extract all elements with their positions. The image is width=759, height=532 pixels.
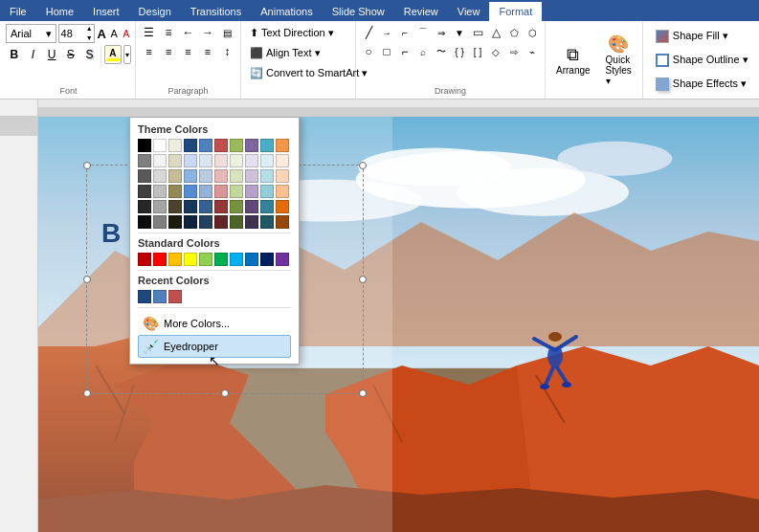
tab-review[interactable]: Review [394, 2, 448, 21]
shape-rect2[interactable]: □ [378, 43, 395, 60]
color-swatch-2-8[interactable] [260, 169, 274, 183]
color-swatch-0-1[interactable] [153, 139, 167, 152]
recent-color-swatch-0[interactable] [138, 290, 151, 303]
handle-tl[interactable] [83, 162, 91, 169]
decrease-font-button[interactable]: A [109, 24, 120, 43]
color-swatch-1-3[interactable] [184, 154, 197, 167]
color-swatch-1-9[interactable] [276, 154, 289, 167]
font-color-button[interactable]: A [104, 45, 122, 64]
increase-font-button[interactable]: A [97, 24, 107, 43]
color-swatch-4-3[interactable] [184, 200, 197, 213]
tab-design[interactable]: Design [129, 2, 181, 21]
recent-color-swatch-1[interactable] [153, 290, 167, 303]
color-swatch-5-6[interactable] [230, 215, 243, 229]
color-swatch-3-6[interactable] [230, 185, 243, 198]
color-swatch-4-7[interactable] [245, 200, 258, 213]
color-swatch-1-4[interactable] [199, 154, 212, 167]
color-swatch-0-8[interactable] [260, 139, 274, 152]
color-swatch-3-4[interactable] [199, 185, 212, 198]
strikethrough-button[interactable]: S [62, 45, 79, 64]
handle-br[interactable] [359, 389, 367, 397]
std-color-swatch-2[interactable] [168, 253, 182, 266]
shape-bracket[interactable]: [ ] [469, 43, 486, 60]
color-swatch-3-9[interactable] [276, 185, 289, 198]
color-swatch-3-2[interactable] [168, 185, 182, 198]
tab-file[interactable]: File [0, 2, 36, 21]
color-swatch-4-9[interactable] [276, 200, 289, 213]
shape-more-arrows[interactable]: ⇒ [433, 24, 450, 41]
color-swatch-1-2[interactable] [168, 154, 182, 167]
shape-ribbon[interactable]: ⌁ [524, 43, 541, 60]
color-swatch-4-1[interactable] [153, 200, 167, 213]
clear-format-button[interactable]: A [121, 24, 131, 43]
color-swatch-2-4[interactable] [199, 169, 212, 183]
std-color-swatch-3[interactable] [184, 253, 197, 266]
color-swatch-3-5[interactable] [214, 185, 228, 198]
font-name-dropdown[interactable]: Arial ▾ [6, 24, 56, 43]
color-swatch-2-7[interactable] [245, 169, 258, 183]
quick-styles-button[interactable]: 🎨 Quick Styles ▾ [599, 29, 638, 91]
color-swatch-5-5[interactable] [214, 215, 228, 229]
color-swatch-5-4[interactable] [199, 215, 212, 229]
color-swatch-1-7[interactable] [245, 154, 258, 167]
color-swatch-4-2[interactable] [168, 200, 182, 213]
bullets-button[interactable]: ☰ [140, 24, 158, 41]
color-swatch-5-0[interactable] [138, 215, 151, 229]
font-name-arrow[interactable]: ▾ [46, 28, 52, 40]
shape-elbow[interactable]: ⌐ [396, 24, 413, 41]
shape-arrow-connector[interactable]: → [378, 24, 395, 41]
color-swatch-5-2[interactable] [168, 215, 182, 229]
convert-smartart-button[interactable]: 🔄 Convert to SmartArt ▾ [245, 64, 351, 82]
color-swatch-3-7[interactable] [245, 185, 258, 198]
align-right-button[interactable]: ≡ [179, 43, 197, 60]
std-color-swatch-6[interactable] [230, 253, 243, 266]
line-spacing-button[interactable]: ↕ [218, 43, 236, 60]
align-text-button[interactable]: ⬛ Align Text ▾ [245, 44, 351, 62]
handle-mr[interactable] [359, 276, 367, 283]
color-swatch-0-6[interactable] [230, 139, 243, 152]
color-swatch-1-0[interactable] [138, 154, 151, 167]
color-swatch-4-4[interactable] [199, 200, 212, 213]
more-colors-item[interactable]: 🎨 More Colors... [138, 312, 291, 335]
underline-button[interactable]: U [43, 45, 60, 64]
color-swatch-4-6[interactable] [230, 200, 243, 213]
text-direction-button[interactable]: ⬆ Text Direction ▾ [245, 24, 351, 42]
color-swatch-0-7[interactable] [245, 139, 258, 152]
tab-slideshow[interactable]: Slide Show [323, 2, 394, 21]
tab-view[interactable]: View [448, 2, 490, 21]
color-swatch-3-3[interactable] [184, 185, 197, 198]
color-swatch-1-1[interactable] [153, 154, 167, 167]
color-swatch-2-1[interactable] [153, 169, 167, 183]
tab-transitions[interactable]: Transitions [181, 2, 251, 21]
font-color-dropdown[interactable]: ▾ [123, 45, 131, 64]
color-swatch-4-0[interactable] [138, 200, 151, 213]
color-swatch-4-5[interactable] [214, 200, 228, 213]
color-swatch-3-8[interactable] [260, 185, 274, 198]
color-swatch-2-2[interactable] [168, 169, 182, 183]
increase-indent-button[interactable]: → [198, 24, 216, 41]
tab-home[interactable]: Home [36, 2, 83, 21]
color-swatch-1-5[interactable] [214, 154, 228, 167]
std-color-swatch-7[interactable] [245, 253, 258, 266]
handle-tr[interactable] [359, 162, 367, 169]
color-swatch-5-8[interactable] [260, 215, 274, 229]
tab-insert[interactable]: Insert [83, 2, 129, 21]
color-swatch-2-3[interactable] [184, 169, 197, 183]
color-swatch-2-9[interactable] [276, 169, 289, 183]
tab-format[interactable]: Format [489, 2, 542, 21]
align-center-button[interactable]: ≡ [159, 43, 177, 60]
shape-corner[interactable]: ⌐ [396, 43, 413, 60]
handle-bm[interactable] [221, 389, 229, 397]
shape-effects-button[interactable]: Shape Effects ▾ [651, 75, 753, 94]
color-swatch-2-5[interactable] [214, 169, 228, 183]
std-color-swatch-0[interactable] [138, 253, 151, 266]
shadow-button[interactable]: S [81, 45, 99, 64]
eyedropper-item[interactable]: 💉 Eyedropper ↖ [138, 335, 291, 358]
color-swatch-0-3[interactable] [184, 139, 197, 152]
font-size-up[interactable]: ▲ [85, 24, 94, 33]
std-color-swatch-1[interactable] [153, 253, 167, 266]
color-swatch-0-9[interactable] [276, 139, 289, 152]
shape-rect[interactable]: ▭ [469, 24, 486, 41]
bold-button[interactable]: B [6, 45, 23, 64]
color-swatch-5-1[interactable] [153, 215, 167, 229]
